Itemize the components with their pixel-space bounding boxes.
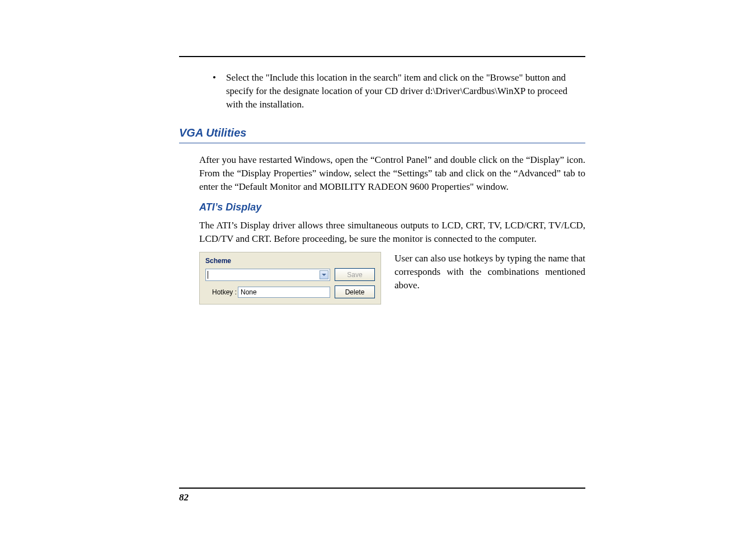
chevron-down-icon[interactable]: [320, 270, 328, 279]
top-horizontal-rule: [179, 56, 585, 57]
hotkey-label: Hotkey :: [205, 288, 238, 296]
ati-display-heading: ATI’s Display: [199, 202, 585, 213]
caret-triangle: [322, 274, 326, 276]
page-number: 82: [179, 492, 585, 503]
page-content: • Select the "Include this location in t…: [0, 0, 756, 305]
bullet-list-item: • Select the "Include this location in t…: [213, 71, 585, 111]
vga-utilities-paragraph: After you have restarted Windows, open t…: [199, 153, 585, 193]
scheme-row-2: Hotkey : None Delete: [205, 285, 375, 298]
save-button-label: Save: [347, 271, 362, 279]
scheme-dropdown[interactable]: [205, 269, 330, 281]
hotkey-input[interactable]: None: [238, 287, 330, 298]
page-footer: 82: [179, 488, 585, 503]
bullet-marker: •: [213, 71, 216, 111]
two-column-layout: Scheme Save Hotkey : None: [199, 252, 585, 305]
ati-display-paragraph: The ATI’s Display driver allows three si…: [199, 219, 585, 246]
scheme-title: Scheme: [205, 257, 375, 265]
scheme-panel: Scheme Save Hotkey : None: [199, 252, 381, 305]
delete-button-label: Delete: [345, 288, 365, 296]
hotkey-value: None: [241, 288, 257, 296]
bullet-text: Select the "Include this location in the…: [226, 71, 585, 111]
footer-horizontal-rule: [179, 488, 585, 489]
vga-utilities-heading: VGA Utilities: [179, 127, 585, 139]
delete-button[interactable]: Delete: [335, 285, 375, 298]
save-button[interactable]: Save: [335, 268, 375, 281]
scheme-row-1: Save: [205, 268, 375, 281]
text-cursor: [208, 271, 208, 279]
section-underline: [179, 143, 585, 143]
right-column-text: User can also use hotkeys by typing the …: [395, 252, 585, 305]
